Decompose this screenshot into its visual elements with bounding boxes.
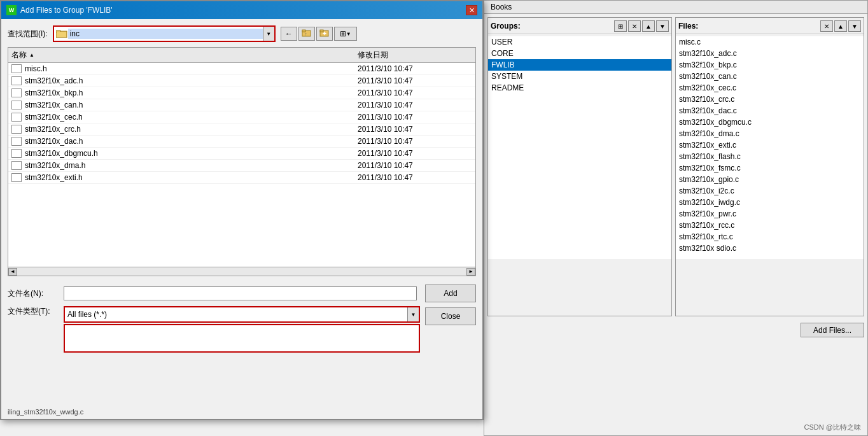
file-date-cell: 2011/3/10 10:47 xyxy=(358,161,472,170)
ide-file-item[interactable]: stm32f10x_flash.c xyxy=(676,151,864,162)
add-files-dialog: W Add Files to Group 'FWLIB' ✕ 查找范围(I): xyxy=(0,0,484,420)
col-date-header[interactable]: 修改日期 xyxy=(358,50,472,60)
dialog-titlebar: W Add Files to Group 'FWLIB' ✕ xyxy=(1,1,482,19)
ide-file-item[interactable]: stm32f10x_crc.c xyxy=(676,94,864,105)
scroll-left-btn[interactable]: ◄ xyxy=(8,268,17,276)
groups-up-btn[interactable]: ▲ xyxy=(642,20,655,32)
file-name-cell: stm32f10x_bkp.h xyxy=(25,88,358,97)
files-list: misc.c stm32f10x_adc.c stm32f10x_bkp.c s… xyxy=(676,36,864,259)
ide-file-item[interactable]: stm32f10x_rcc.c xyxy=(676,220,864,231)
up-folder-button[interactable]: ↑ xyxy=(298,27,315,41)
ide-file-item[interactable]: misc.c xyxy=(676,36,864,48)
ide-file-item[interactable]: stm32f10x_dbgmcu.c xyxy=(676,116,864,128)
group-item-user[interactable]: USER xyxy=(488,36,671,48)
ide-file-item[interactable]: stm32f10x_iwdg.c xyxy=(676,197,864,208)
group-item-fwlib[interactable]: FWLIB xyxy=(488,59,671,71)
col-name-header[interactable]: 名称 ▲ xyxy=(11,50,358,60)
filetype-input[interactable] xyxy=(65,307,407,321)
group-item-core[interactable]: CORE xyxy=(488,48,671,59)
svg-text:✦: ✦ xyxy=(322,31,327,37)
search-dropdown-button[interactable]: ▼ xyxy=(263,27,274,41)
file-date-cell: 2011/3/10 10:47 xyxy=(358,125,472,134)
horizontal-scrollbar[interactable]: ◄ ► xyxy=(8,267,475,276)
file-date-cell: 2011/3/10 10:47 xyxy=(358,149,472,158)
ide-file-item[interactable]: stm32f10x_can.c xyxy=(676,71,864,82)
group-item-system[interactable]: SYSTEM xyxy=(488,71,671,82)
files-up-btn[interactable]: ▲ xyxy=(834,20,847,32)
file-row[interactable]: stm32f10x_can.h 2011/3/10 10:47 xyxy=(8,99,475,111)
file-date-cell: 2011/3/10 10:47 xyxy=(358,64,472,73)
groups-new-btn[interactable]: ⊞ xyxy=(614,20,627,32)
dialog-body: 查找范围(I): ▼ ← xyxy=(1,19,482,362)
search-label: 查找范围(I): xyxy=(8,29,48,39)
file-date-cell: 2011/3/10 10:47 xyxy=(358,101,472,109)
back-button[interactable]: ← xyxy=(281,27,297,41)
add-files-button[interactable]: Add Files... xyxy=(801,323,864,337)
ide-file-item[interactable]: stm32f10x_pwr.c xyxy=(676,208,864,220)
view-dropdown-icon: ▼ xyxy=(346,31,351,37)
dialog-app-icon: W xyxy=(6,5,17,15)
file-name-cell: stm32f10x_dma.h xyxy=(25,161,358,170)
file-list-body[interactable]: misc.h 2011/3/10 10:47 stm32f10x_adc.h 2… xyxy=(8,63,475,267)
ide-file-item[interactable]: stm32f10x_cec.c xyxy=(676,82,864,94)
filename-input[interactable] xyxy=(64,286,417,300)
file-row[interactable]: stm32f10x_dac.h 2011/3/10 10:47 xyxy=(8,136,475,148)
ide-file-item[interactable]: stm32f10x_adc.c xyxy=(676,48,864,59)
scroll-right-btn[interactable]: ► xyxy=(466,268,475,276)
file-date-cell: 2011/3/10 10:47 xyxy=(358,137,472,146)
back-icon: ← xyxy=(285,29,293,38)
ide-file-item[interactable]: stm32f10x_dac.c xyxy=(676,105,864,116)
file-date-cell: 2011/3/10 10:47 xyxy=(358,173,472,182)
view-button[interactable]: ⊞ ▼ xyxy=(334,27,357,41)
close-button[interactable]: Close xyxy=(425,307,476,325)
status-text: iling_stm32f10x_wwdg.c xyxy=(8,408,83,416)
ide-file-item[interactable]: stm32f10x_bkp.c xyxy=(676,59,864,71)
new-folder-button[interactable]: ✦ xyxy=(316,27,333,41)
files-down-btn[interactable]: ▼ xyxy=(848,20,861,32)
up-folder-icon: ↑ xyxy=(302,29,312,39)
group-item-readme[interactable]: README xyxy=(488,82,671,94)
dialog-close-button[interactable]: ✕ xyxy=(466,5,477,15)
csdn-watermark: CSDN @比特之味 xyxy=(804,423,861,432)
ide-right-panel: Books Groups: ⊞ ✕ ▲ ▼ USER CORE F xyxy=(484,0,868,436)
file-icon xyxy=(11,101,22,109)
ide-file-item[interactable]: stm32f10x_i2c.c xyxy=(676,185,864,197)
files-delete-btn[interactable]: ✕ xyxy=(820,20,833,32)
new-folder-icon: ✦ xyxy=(319,29,330,39)
file-date-cell: 2011/3/10 10:47 xyxy=(358,88,472,97)
groups-down-btn[interactable]: ▼ xyxy=(656,20,669,32)
file-row[interactable]: stm32f10x_bkp.h 2011/3/10 10:47 xyxy=(8,87,475,99)
file-row[interactable]: stm32f10x_exti.h 2011/3/10 10:47 xyxy=(8,172,475,184)
filetype-dropdown-area[interactable] xyxy=(64,324,420,353)
files-label: Files: xyxy=(678,22,698,31)
ide-file-item[interactable]: stm32f10x sdio.c xyxy=(676,243,864,254)
filetype-dropdown-button[interactable]: ▼ xyxy=(407,307,419,321)
filetype-row: 文件类型(T): ▼ Close xyxy=(8,306,476,353)
file-row[interactable]: stm32f10x_crc.h 2011/3/10 10:47 xyxy=(8,123,475,136)
ide-file-item[interactable]: stm32f10x_gpio.c xyxy=(676,174,864,185)
filename-row: 文件名(N): Add xyxy=(8,285,476,302)
file-row[interactable]: stm32f10x_cec.h 2011/3/10 10:47 xyxy=(8,111,475,123)
search-input[interactable] xyxy=(68,29,263,39)
ide-file-item[interactable]: stm32f10x_fsmc.c xyxy=(676,162,864,174)
file-row[interactable]: stm32f10x_dbgmcu.h 2011/3/10 10:47 xyxy=(8,148,475,160)
file-name-cell: stm32f10x_can.h xyxy=(25,101,358,109)
file-row[interactable]: stm32f10x_adc.h 2011/3/10 10:47 xyxy=(8,75,475,87)
ide-file-item[interactable]: stm32f10x_dma.c xyxy=(676,128,864,139)
dialog-title-text: Add Files to Group 'FWLIB' xyxy=(20,6,113,15)
groups-delete-btn[interactable]: ✕ xyxy=(628,20,641,32)
file-name-cell: stm32f10x_dbgmcu.h xyxy=(25,149,358,158)
file-name-cell: stm32f10x_crc.h xyxy=(25,125,358,134)
grid-view-icon: ⊞ xyxy=(340,29,346,38)
file-row[interactable]: stm32f10x_dma.h 2011/3/10 10:47 xyxy=(8,160,475,172)
add-button[interactable]: Add xyxy=(425,285,476,302)
file-name-cell: stm32f10x_exti.h xyxy=(25,173,358,182)
groups-list: USER CORE FWLIB SYSTEM README xyxy=(488,36,671,259)
ide-file-item[interactable]: stm32f10x_rtc.c xyxy=(676,231,864,243)
books-tab[interactable]: Books xyxy=(484,1,867,14)
file-name-cell: stm32f10x_dac.h xyxy=(25,137,358,146)
search-row: 查找范围(I): ▼ ← xyxy=(8,25,476,42)
ide-file-item[interactable]: stm32f10x_exti.c xyxy=(676,139,864,151)
file-row[interactable]: misc.h 2011/3/10 10:47 xyxy=(8,63,475,75)
file-icon xyxy=(11,173,22,182)
